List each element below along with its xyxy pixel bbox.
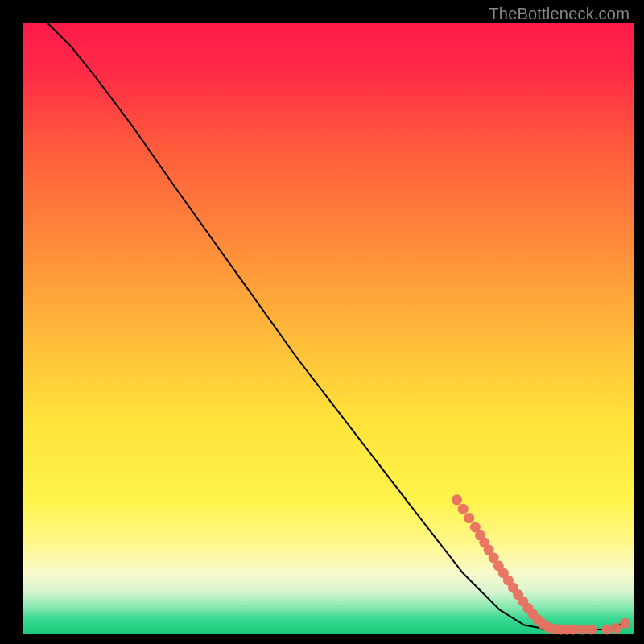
data-marker <box>464 513 474 523</box>
data-marker <box>620 618 630 629</box>
watermark-text: TheBottleneck.com <box>489 5 630 23</box>
data-marker <box>568 624 579 634</box>
data-marker <box>586 624 597 634</box>
bottleneck-chart <box>0 0 644 644</box>
data-marker <box>452 494 462 505</box>
chart-container: TheBottleneck.com <box>0 0 644 644</box>
data-marker <box>577 624 588 634</box>
data-marker <box>601 624 612 634</box>
plot-area <box>23 23 634 634</box>
data-marker <box>611 623 621 634</box>
data-marker <box>458 504 469 514</box>
